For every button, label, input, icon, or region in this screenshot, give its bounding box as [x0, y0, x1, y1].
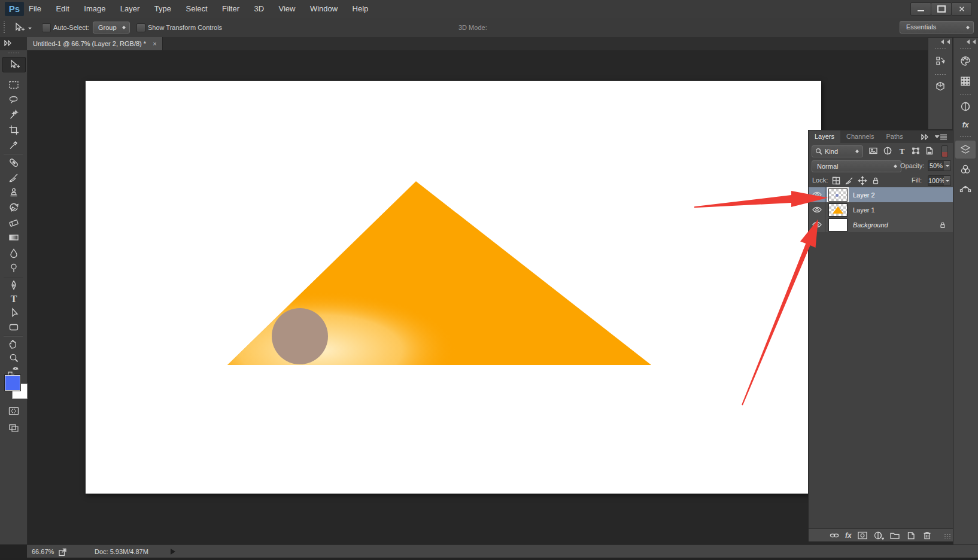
menu-edit[interactable]: Edit	[50, 0, 75, 18]
workspace-switcher[interactable]: Essentials	[900, 21, 974, 34]
tool-rectangular-marquee[interactable]	[2, 78, 25, 92]
menu-select[interactable]: Select	[180, 0, 213, 18]
filter-toggle-switch[interactable]	[941, 145, 948, 157]
tool-hand[interactable]	[2, 337, 25, 351]
delete-layer-button[interactable]	[922, 531, 933, 540]
tool-type[interactable]	[2, 292, 25, 306]
filter-adjustment-layers-button[interactable]	[883, 146, 892, 156]
quick-mask-button[interactable]	[8, 405, 20, 417]
layer-name[interactable]: Layer 2	[853, 191, 875, 199]
fill-dropdown-button[interactable]	[944, 175, 951, 186]
filter-kind-dropdown[interactable]: Kind	[812, 145, 863, 157]
fill-value[interactable]: 100%	[928, 175, 944, 186]
document-tab[interactable]: Untitled-1 @ 66.7% (Layer 2, RGB/8) * ×	[27, 37, 163, 50]
swatches-panel-button[interactable]	[955, 72, 976, 90]
layer-style-button[interactable]: fx	[845, 531, 852, 540]
document-canvas[interactable]	[86, 81, 821, 494]
layer-name[interactable]: Layer 1	[853, 206, 875, 214]
zoom-level[interactable]: 66.67%	[32, 545, 54, 558]
paths-panel-button[interactable]	[955, 179, 976, 197]
tool-dodge[interactable]	[2, 261, 25, 275]
color-panel-button[interactable]	[955, 52, 976, 70]
menu-file[interactable]: File	[23, 0, 47, 18]
menu-layer[interactable]: Layer	[114, 0, 146, 18]
filter-pixel-layers-button[interactable]	[868, 146, 878, 156]
tool-rounded-rectangle[interactable]	[2, 320, 25, 334]
menu-window[interactable]: Window	[304, 0, 344, 18]
history-panel-button[interactable]	[930, 52, 950, 70]
menu-image[interactable]: Image	[78, 0, 111, 18]
layer-thumbnail[interactable]	[828, 218, 848, 232]
layer-row-layer2[interactable]: Layer 2	[809, 187, 953, 203]
panel-expand-button[interactable]	[921, 134, 929, 140]
menu-filter[interactable]: Filter	[216, 0, 245, 18]
tool-quick-selection[interactable]	[2, 108, 25, 122]
new-adjustment-layer-button[interactable]	[873, 531, 884, 540]
collapse-dock-button[interactable]	[928, 38, 952, 44]
auto-select-checkbox[interactable]	[42, 23, 51, 32]
minimize-button[interactable]	[910, 2, 931, 16]
adjustments-panel-button[interactable]	[955, 98, 976, 115]
blend-mode-dropdown[interactable]: Normal	[812, 160, 901, 172]
lock-position-button[interactable]	[858, 176, 867, 185]
tab-paths[interactable]: Paths	[880, 130, 909, 143]
add-layer-mask-button[interactable]	[857, 531, 868, 540]
filter-smart-objects-button[interactable]	[925, 146, 934, 156]
foreground-color-swatch[interactable]	[5, 375, 20, 391]
lock-pixels-button[interactable]	[845, 176, 854, 185]
tool-eyedropper[interactable]	[2, 138, 25, 152]
new-layer-button[interactable]	[906, 531, 916, 540]
tool-path-selection[interactable]	[2, 306, 25, 320]
toolbar-collapse-button[interactable]	[4, 40, 12, 46]
visibility-toggle[interactable]	[809, 187, 825, 202]
layer-thumbnail[interactable]	[828, 203, 848, 217]
status-flyout-icon[interactable]	[171, 549, 178, 555]
menu-view[interactable]: View	[273, 0, 302, 18]
tool-spot-healing-brush[interactable]	[2, 156, 25, 170]
menu-type[interactable]: Type	[148, 0, 177, 18]
tool-preset-picker[interactable]	[13, 22, 32, 34]
tool-crop[interactable]	[2, 123, 25, 137]
tool-history-brush[interactable]	[2, 200, 25, 215]
maximize-button[interactable]	[931, 2, 952, 16]
tool-move[interactable]	[2, 57, 26, 72]
show-transform-checkbox[interactable]	[136, 23, 145, 32]
export-status-button[interactable]	[58, 547, 69, 557]
panel-resize-grip[interactable]	[944, 534, 951, 540]
collapse-dock-button[interactable]	[953, 38, 978, 44]
styles-panel-button[interactable]: fx	[955, 116, 976, 134]
tool-zoom[interactable]	[2, 351, 25, 366]
visibility-toggle[interactable]	[809, 202, 825, 217]
layer-name[interactable]: Background	[853, 221, 888, 229]
close-button[interactable]	[951, 2, 972, 16]
tab-layers[interactable]: Layers	[809, 130, 840, 143]
tool-blur[interactable]	[2, 246, 25, 260]
channels-panel-button[interactable]	[955, 160, 976, 178]
menu-help[interactable]: Help	[347, 0, 375, 18]
tool-clone-stamp[interactable]	[2, 185, 25, 200]
doc-size-info[interactable]: Doc: 5.93M/4.87M	[95, 545, 148, 558]
new-group-button[interactable]	[889, 531, 900, 540]
tab-channels[interactable]: Channels	[840, 130, 880, 143]
opacity-value[interactable]: 50%	[928, 160, 944, 171]
opacity-dropdown-button[interactable]	[944, 160, 951, 171]
tool-lasso[interactable]	[2, 93, 25, 107]
screen-mode-button[interactable]	[8, 422, 20, 434]
lock-all-button[interactable]	[871, 176, 880, 185]
layers-panel-button[interactable]	[955, 141, 976, 159]
filter-type-layers-button[interactable]	[897, 146, 907, 156]
tab-close-icon[interactable]: ×	[153, 40, 156, 47]
auto-select-mode-dropdown[interactable]: Group	[93, 22, 130, 34]
panel-menu-button[interactable]	[935, 133, 948, 141]
layer-thumbnail[interactable]	[828, 188, 848, 202]
tool-eraser[interactable]	[2, 215, 25, 230]
tool-pen[interactable]	[2, 278, 25, 293]
visibility-toggle[interactable]	[809, 217, 825, 232]
filter-shape-layers-button[interactable]	[911, 146, 921, 156]
tool-brush[interactable]	[2, 171, 25, 185]
tool-gradient[interactable]	[2, 230, 25, 245]
link-layers-button[interactable]	[829, 531, 840, 540]
lock-transparency-button[interactable]	[831, 176, 841, 185]
layer-row-layer1[interactable]: Layer 1	[809, 202, 953, 218]
menu-3d[interactable]: 3D	[248, 0, 270, 18]
